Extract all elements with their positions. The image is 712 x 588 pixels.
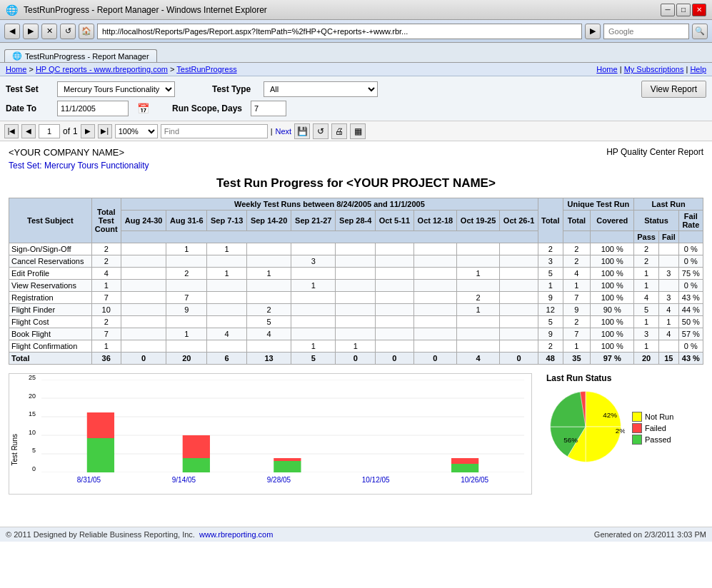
test-set-info-label: Test Set: Mercury Tours Functionality [9, 161, 703, 171]
zoom-select[interactable]: 100% [115, 124, 158, 138]
breadcrumb-left: Home > HP QC reports - www.rbreporting.c… [6, 65, 237, 74]
report-title: Test Run Progress for <YOUR PROJECT NAME… [9, 176, 703, 191]
svg-text:42%: 42% [603, 411, 617, 419]
footer-link[interactable]: www.rbreporting.com [199, 530, 273, 539]
col-fail: Fail [659, 231, 679, 243]
refresh-report-button[interactable]: ↺ [313, 123, 329, 139]
address-bar[interactable] [97, 24, 582, 39]
search-box[interactable] [603, 24, 689, 39]
bar-failed-5 [451, 458, 478, 464]
browser-title-text: TestRunProgress - Report Manager - Windo… [24, 5, 267, 15]
run-scope-input[interactable] [251, 101, 286, 116]
active-tab[interactable]: 🌐 TestRunProgress - Report Manager [4, 49, 157, 62]
prev-page-button[interactable]: ◀ [21, 124, 36, 138]
export-button[interactable]: 💾 [294, 123, 310, 139]
col-oct-12: Oct 12-18 [413, 211, 456, 231]
filters-bar: Test Set Mercury Tours Functionality Tes… [0, 76, 712, 121]
view-report-button[interactable]: View Report [641, 81, 706, 98]
pie-legend: Not Run Failed Passed [632, 412, 673, 446]
pie-chart-svg: 42% 2% 56% [546, 387, 625, 466]
browser-title-bar: 🌐 TestRunProgress - Report Manager - Win… [0, 0, 712, 20]
go-button[interactable]: ▶ [585, 24, 601, 39]
col-u-covered: Covered [591, 211, 634, 231]
table-row: Flight Cost2552100 %1150 % [9, 316, 703, 328]
failed-swatch [632, 423, 642, 433]
col-header-test-subject: Test Subject [9, 198, 92, 243]
col-header-unique: Unique Test Run [563, 198, 634, 211]
last-page-button[interactable]: ▶| [98, 124, 112, 138]
breadcrumb-home-link[interactable]: Home [6, 65, 26, 74]
col-oct-26: Oct 26-1 [500, 211, 538, 231]
breadcrumb-bar: Home > HP QC reports - www.rbreporting.c… [0, 63, 712, 76]
table-row: Flight Confirmation11121100 %10 % [9, 340, 703, 353]
date-to-input[interactable] [57, 101, 129, 116]
y-axis-label: Test Runs [11, 434, 19, 465]
ie-icon: 🌐 [6, 4, 18, 16]
table-row: Cancel Reservations2332100 %20 % [9, 255, 703, 268]
footer-copyright: © 2011 Designed by Reliable Business Rep… [6, 530, 273, 539]
col-sep-7: Sep 7-13 [207, 211, 247, 231]
col-oct-19: Oct 19-25 [456, 211, 499, 231]
legend-passed: Passed [632, 435, 673, 445]
breadcrumb-sep1: > [29, 65, 35, 74]
print-button[interactable]: 🖨 [331, 123, 347, 139]
col-oct-5: Oct 5-11 [376, 211, 414, 231]
table-row: Registration77297100 %4343 % [9, 292, 703, 304]
total-row: Total36020613500040483597 %201543 % [9, 353, 703, 365]
page-total-label: 1 [73, 126, 78, 136]
pie-section: Last Run Status 42% 2% [546, 373, 703, 466]
table-row: View Reservations1111100 %10 % [9, 280, 703, 292]
next-page-button[interactable]: ▶ [81, 124, 95, 138]
find-next-label[interactable]: Next [276, 127, 292, 136]
forward-button[interactable]: ▶ [23, 24, 39, 39]
tab-icon: 🌐 [12, 51, 22, 61]
failed-label: Failed [645, 424, 666, 432]
col-fail-rate: FailRate [678, 211, 703, 231]
col-header-total-count: TotalTestCount [91, 198, 121, 243]
bar-chart-svg [41, 380, 524, 472]
find-input[interactable] [161, 124, 268, 138]
find-sep: | [271, 127, 273, 136]
my-subscriptions-link[interactable]: My Subscriptions [624, 65, 684, 74]
table-row: Flight Finder1092112990 %5444 % [9, 304, 703, 316]
minimize-button[interactable]: ─ [661, 4, 675, 16]
bar-failed-3 [274, 458, 301, 461]
table-row: Sign-On/Sign-Off21122100 %20 % [9, 243, 703, 255]
page-of-label: of [63, 126, 70, 136]
breadcrumb-right-home[interactable]: Home [596, 65, 617, 74]
maximize-button[interactable]: □ [676, 4, 691, 16]
search-go-button[interactable]: 🔍 [692, 24, 708, 39]
layout-button[interactable]: ▦ [350, 123, 366, 139]
col-pass: Pass [634, 231, 659, 243]
bar-chart-container: 25 20 15 10 5 0 Test Runs [9, 373, 532, 495]
report-toolbar: |◀ ◀ of 1 ▶ ▶| 100% | Next 💾 ↺ 🖨 ▦ [0, 121, 712, 141]
test-set-select[interactable]: Mercury Tours Functionality [57, 81, 175, 97]
bar-failed-1 [87, 412, 114, 438]
calendar-icon[interactable]: 📅 [137, 103, 149, 114]
first-page-button[interactable]: |◀ [4, 124, 19, 138]
col-aug-24: Aug 24-30 [121, 211, 166, 231]
browser-nav: ◀ ▶ ✕ ↺ 🏠 ▶ 🔍 [0, 20, 712, 43]
tab-label: TestRunProgress - Report Manager [25, 52, 149, 61]
col-sep-21: Sep 21-27 [291, 211, 336, 231]
table-row: Edit Profile4211154100 %1375 % [9, 268, 703, 280]
col-header-total: Total [538, 198, 563, 243]
close-button[interactable]: ✕ [692, 4, 706, 16]
page-number-input[interactable] [39, 124, 60, 138]
back-button[interactable]: ◀ [4, 24, 20, 39]
home-button[interactable]: 🏠 [79, 24, 94, 39]
breadcrumb-qc-link[interactable]: HP QC reports - www.rbreporting.com [36, 65, 168, 74]
company-header: <YOUR COMPANY NAME> HP Quality Center Re… [9, 147, 703, 158]
test-set-label: Test Set [6, 84, 49, 94]
help-link[interactable]: Help [690, 65, 706, 74]
test-type-select[interactable]: All [264, 81, 378, 97]
stop-button[interactable]: ✕ [41, 24, 57, 39]
charts-area: 25 20 15 10 5 0 Test Runs [9, 373, 703, 495]
bar-passed-3 [274, 461, 301, 472]
breadcrumb-current-link[interactable]: TestRunProgress [176, 65, 236, 74]
run-scope-label: Run Scope, Days [172, 103, 242, 113]
passed-label: Passed [645, 435, 671, 444]
col-aug-31: Aug 31-6 [166, 211, 207, 231]
report-content: <YOUR COMPANY NAME> HP Quality Center Re… [0, 141, 712, 527]
refresh-button[interactable]: ↺ [60, 24, 76, 39]
